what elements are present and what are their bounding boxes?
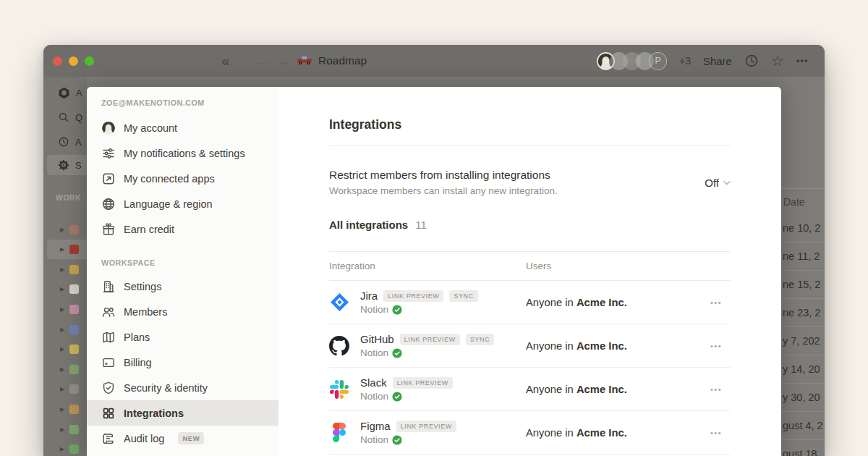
restrict-dropdown[interactable]: Off	[705, 177, 731, 189]
link-preview-badge: LINK PREVIEW	[393, 377, 453, 389]
sidebar-item-security-identity[interactable]: Security & identity	[87, 375, 278, 400]
dimmed-page-area: A Q A S WORK ▶ ▶ ▶ ▶	[43, 77, 825, 456]
row-actions-icon[interactable]: •••	[707, 295, 725, 310]
history-clock-icon[interactable]	[744, 54, 759, 68]
breadcrumb[interactable]: Roadmap	[297, 45, 367, 77]
sidebar-item-earn-credit[interactable]: Earn credit	[87, 216, 278, 242]
sidebar-item-billing[interactable]: Billing	[87, 350, 278, 375]
sidebar-item-audit-log[interactable]: Audit log NEW	[87, 426, 278, 451]
all-integrations-heading: All integrations11	[329, 219, 427, 231]
integration-name: Jira	[360, 290, 378, 302]
sidebar-item-integrations[interactable]: Integrations	[87, 400, 278, 426]
page-emoji-hat	[69, 305, 79, 314]
restrict-dropdown-value: Off	[705, 177, 719, 189]
members-icon	[101, 305, 116, 319]
page-emoji-house	[69, 225, 79, 235]
link-preview-badge: LINK PREVIEW	[383, 290, 443, 302]
gift-icon	[101, 222, 116, 237]
quick-find-item: Q	[43, 107, 87, 127]
sync-badge: SYNC	[449, 290, 477, 302]
building-icon	[101, 279, 116, 294]
row-actions-icon[interactable]: •••	[707, 382, 725, 397]
date-cell-clipped: y 7, 202	[781, 327, 825, 355]
table-row-slack: Slack LINK PREVIEW Notion Anyone in	[329, 368, 731, 411]
titlebar-actions: P +3 Share ☆ •••	[597, 45, 825, 77]
sidebar-item-label: Security & identity	[124, 382, 208, 394]
sidebar-item-connected-apps[interactable]: My connected apps	[87, 166, 278, 191]
close-window-button[interactable]	[53, 56, 62, 66]
disclosure-triangle-icon: ▶	[60, 446, 64, 452]
workspace-section-label-clipped: WORK	[56, 193, 81, 202]
row-actions-icon[interactable]: •••	[707, 426, 725, 440]
favorite-star-icon[interactable]: ☆	[771, 54, 784, 68]
date-cell-clipped: gust 4, 2	[781, 412, 825, 440]
date-cell-clipped: y 30, 20	[781, 384, 825, 412]
credit-card-icon	[101, 355, 116, 370]
date-cell-clipped: ne 23, 2	[781, 299, 825, 327]
sidebar-collapse-icon[interactable]: «	[217, 45, 233, 77]
users-cell: Anyone in Acme Inc.	[526, 427, 627, 439]
sidebar-item-language-region[interactable]: Language & region	[87, 191, 278, 216]
zoom-window-button[interactable]	[85, 56, 94, 66]
developer-name: Notion	[360, 347, 388, 358]
sidebar-label-clipped: A	[75, 137, 82, 148]
avatar-overflow-count[interactable]: +3	[679, 55, 691, 67]
sidebar-item-my-account[interactable]: My account	[87, 115, 278, 140]
slack-logo-icon	[329, 379, 349, 400]
column-header-users: Users	[526, 261, 551, 271]
disclosure-triangle-icon: ▶	[60, 346, 64, 352]
all-integrations-count: 11	[415, 219, 427, 231]
globe-icon	[101, 197, 116, 211]
row-actions-icon[interactable]: •••	[707, 339, 725, 353]
sidebar-item-label: Integrations	[124, 408, 184, 419]
divider	[329, 145, 731, 146]
disclosure-triangle-icon: ▶	[60, 426, 64, 433]
table-header: Integration Users	[329, 251, 731, 281]
link-preview-badge: LINK PREVIEW	[400, 334, 460, 345]
page-emoji-picture-frame	[69, 284, 79, 294]
sidebar-item-notifications-settings[interactable]: My notifications & settings	[87, 140, 278, 166]
workspace-section-label: WORKSPACE	[101, 258, 156, 267]
minimize-window-button[interactable]	[69, 56, 78, 66]
integration-name: GitHub	[360, 333, 394, 345]
forward-arrow-icon[interactable]: →	[276, 54, 289, 67]
sidebar-item-members[interactable]: Members	[87, 299, 278, 324]
sidebar-item-settings[interactable]: Settings	[87, 274, 278, 299]
page-emoji-croissant	[69, 405, 79, 414]
settings-modal: ZOE@MAKENOTION.COM My account	[87, 87, 781, 456]
back-arrow-icon[interactable]: ←	[255, 54, 268, 67]
verified-badge-icon	[392, 348, 402, 358]
disclosure-triangle-icon: ▶	[60, 246, 64, 253]
car-emoji-icon	[297, 54, 312, 68]
column-header-integration: Integration	[329, 261, 526, 271]
collaborator-avatars[interactable]: P	[597, 52, 667, 70]
shield-check-icon	[101, 381, 116, 395]
github-logo-icon	[329, 336, 349, 356]
disclosure-triangle-icon: ▶	[60, 227, 64, 233]
content-title: Integrations	[329, 117, 401, 132]
sidebar-label-clipped: Q	[75, 112, 82, 123]
traffic-lights	[53, 45, 94, 77]
grid-icon	[101, 406, 116, 421]
page-emoji-leaf	[69, 425, 79, 434]
nav-arrows: ← →	[255, 45, 289, 77]
disclosure-triangle-icon: ▶	[60, 386, 64, 392]
sidebar-item-label: My account	[124, 122, 177, 134]
sidebar-item-label: My connected apps	[124, 173, 215, 185]
more-options-icon[interactable]: •••	[796, 56, 809, 66]
users-cell: Anyone in Acme Inc.	[526, 384, 627, 395]
page-emoji-page	[69, 384, 79, 394]
sidebar-label-clipped: S	[75, 160, 82, 171]
sidebar-item-label: My notifications & settings	[124, 148, 245, 159]
share-button[interactable]: Share	[703, 55, 732, 67]
sidebar-item-label: Plans	[124, 332, 150, 343]
date-cell-clipped: ne 10, 2	[781, 214, 825, 242]
sidebar-item-label: Settings	[124, 281, 161, 292]
page-emoji-car	[69, 245, 79, 254]
disclosure-triangle-icon: ▶	[60, 286, 64, 292]
window-titlebar: « ← → Roadmap P	[43, 45, 825, 77]
account-email-label: ZOE@MAKENOTION.COM	[101, 98, 205, 107]
figma-logo-icon	[329, 423, 349, 443]
restrict-setting-description: Workspace members can install any new in…	[329, 183, 558, 198]
sidebar-item-plans[interactable]: Plans	[87, 324, 278, 350]
